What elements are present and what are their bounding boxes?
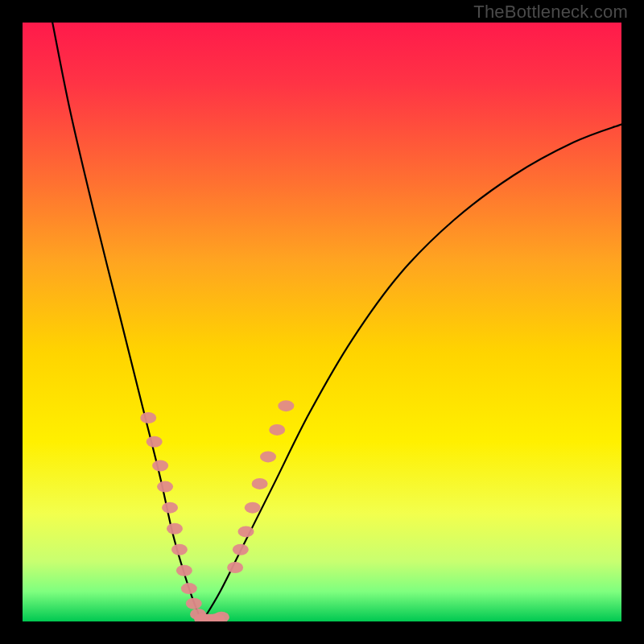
- watermark-text: TheBottleneck.com: [473, 2, 628, 23]
- chart-frame: TheBottleneck.com: [0, 0, 644, 644]
- svg-point-18: [238, 526, 254, 537]
- svg-point-21: [260, 451, 276, 462]
- svg-point-9: [186, 598, 202, 609]
- chart-svg: [23, 23, 621, 621]
- gradient-background: [23, 23, 621, 621]
- svg-point-22: [269, 424, 285, 436]
- svg-point-3: [157, 481, 173, 493]
- svg-point-8: [181, 583, 197, 594]
- svg-point-7: [176, 565, 192, 576]
- svg-point-19: [245, 502, 261, 514]
- plot-area: [23, 23, 621, 621]
- svg-point-5: [167, 523, 183, 535]
- svg-point-4: [162, 502, 178, 514]
- svg-point-16: [227, 562, 243, 573]
- svg-point-0: [140, 412, 156, 423]
- svg-point-20: [252, 478, 268, 489]
- svg-point-23: [278, 400, 294, 411]
- svg-point-17: [233, 544, 249, 555]
- svg-point-2: [152, 460, 168, 472]
- svg-point-6: [171, 544, 188, 555]
- svg-point-1: [147, 436, 163, 448]
